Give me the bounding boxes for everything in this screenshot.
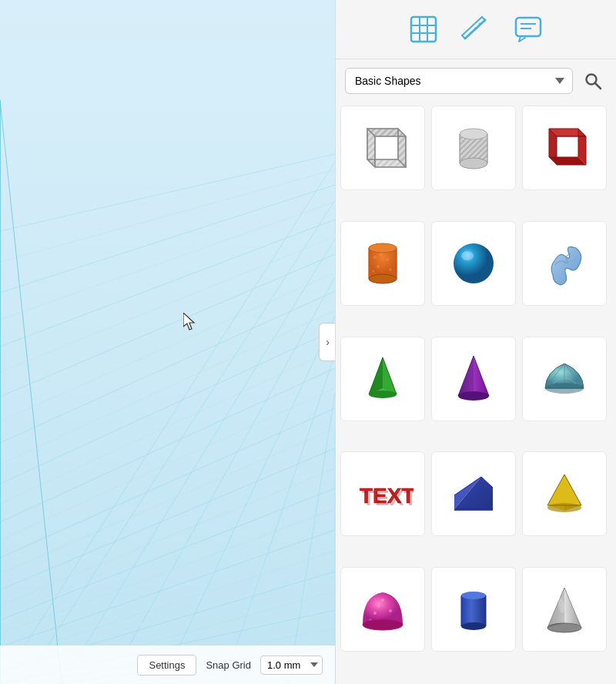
- svg-line-47: [474, 28, 476, 29]
- svg-rect-0: [0, 0, 335, 684]
- shape-blue-sphere[interactable]: [431, 221, 516, 306]
- svg-point-136: [373, 612, 377, 615]
- svg-point-76: [460, 158, 487, 169]
- bottom-bar: Settings Snap Grid 0.1 mm 0.5 mm 1.0 mm …: [0, 645, 335, 684]
- collapse-panel-button[interactable]: ›: [319, 323, 335, 361]
- shape-navy-wedge[interactable]: [431, 451, 516, 536]
- shape-3d-swirl[interactable]: [522, 221, 607, 306]
- search-bar: Basic Shapes Letters Math Text Featured: [336, 59, 616, 102]
- svg-point-138: [389, 609, 392, 612]
- svg-point-104: [461, 251, 474, 260]
- shape-pink-dome[interactable]: [340, 567, 425, 652]
- svg-point-75: [460, 129, 487, 139]
- svg-rect-49: [516, 18, 541, 36]
- shape-purple-cone[interactable]: [431, 337, 516, 421]
- svg-point-94: [369, 274, 397, 283]
- shape-blue-column[interactable]: [431, 567, 516, 652]
- notes-icon[interactable]: [508, 9, 548, 49]
- shape-gray-cylinder[interactable]: [431, 106, 516, 190]
- svg-point-146: [461, 622, 486, 630]
- measure-icon[interactable]: [456, 9, 496, 49]
- right-panel: Basic Shapes Letters Math Text Featured: [335, 0, 616, 684]
- svg-point-99: [386, 258, 389, 261]
- snap-grid-select[interactable]: 0.1 mm 0.5 mm 1.0 mm 2.0 mm 5.0 mm 10.0 …: [260, 656, 323, 675]
- svg-point-102: [373, 270, 375, 272]
- svg-rect-41: [411, 17, 436, 42]
- svg-point-132: [547, 503, 581, 512]
- svg-marker-131: [547, 474, 581, 505]
- shape-gray-cone[interactable]: [522, 567, 607, 652]
- shape-yellow-pyramid[interactable]: [522, 451, 607, 536]
- svg-point-120: [545, 383, 584, 394]
- svg-rect-144: [461, 595, 486, 626]
- top-toolbar: [336, 0, 616, 59]
- svg-point-108: [369, 391, 397, 398]
- svg-point-137: [381, 598, 384, 602]
- category-select[interactable]: Basic Shapes Letters Math Text Featured: [345, 68, 573, 94]
- svg-point-97: [373, 256, 377, 259]
- search-button[interactable]: [579, 67, 607, 95]
- shape-orange-cylinder[interactable]: [340, 221, 425, 306]
- svg-text:TEXT: TEXT: [362, 486, 413, 510]
- grid-view-icon[interactable]: [403, 9, 444, 49]
- svg-line-46: [470, 32, 471, 34]
- shape-red-box[interactable]: [522, 106, 607, 190]
- svg-line-48: [479, 23, 480, 25]
- shapes-grid: TEXT TEXT: [336, 102, 616, 684]
- svg-point-103: [454, 243, 494, 283]
- 3d-viewport[interactable]: Settings Snap Grid 0.1 mm 0.5 mm 1.0 mm …: [0, 0, 335, 684]
- svg-point-98: [380, 253, 383, 256]
- shape-text-3d[interactable]: TEXT TEXT: [340, 451, 425, 536]
- svg-point-139: [378, 605, 380, 608]
- shape-teal-dome[interactable]: [522, 337, 607, 421]
- snap-grid-label: Snap Grid: [206, 659, 251, 671]
- settings-button[interactable]: Settings: [137, 655, 196, 676]
- svg-line-53: [595, 83, 601, 89]
- svg-point-100: [377, 265, 380, 268]
- grid-svg: [0, 0, 335, 684]
- shape-green-pyramid[interactable]: [340, 337, 425, 421]
- svg-point-145: [461, 592, 486, 599]
- svg-point-101: [389, 268, 392, 271]
- svg-point-93: [369, 243, 397, 253]
- shape-gray-box[interactable]: [340, 106, 425, 190]
